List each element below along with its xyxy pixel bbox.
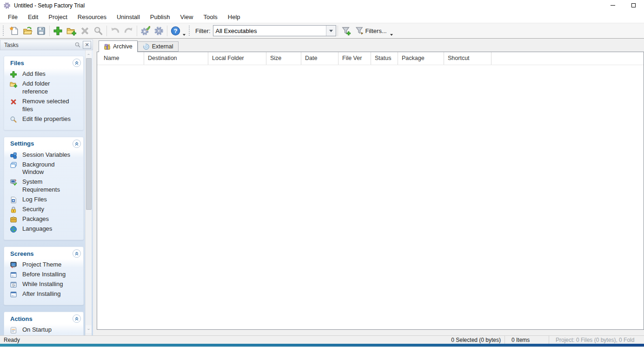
column-header-name[interactable]: Name: [97, 52, 144, 65]
window-body: Tasks ✕ Files Add files: [0, 39, 644, 335]
redo-button[interactable]: [122, 25, 135, 37]
add-filter-button[interactable]: [339, 25, 353, 37]
collapse-section-button[interactable]: [73, 59, 81, 67]
section-title: Files: [10, 60, 73, 67]
security-icon: [10, 206, 17, 214]
tasks-panel-body: Files Add files Add folder reference: [0, 50, 93, 335]
minimize-button[interactable]: [602, 0, 623, 11]
task-item-label: Languages: [22, 225, 75, 233]
status-selected: 0 Selected (0 bytes): [416, 337, 505, 343]
collapse-section-button[interactable]: [73, 249, 81, 258]
column-header-date[interactable]: Date: [301, 52, 339, 65]
pin-panel-button[interactable]: [73, 41, 82, 49]
collapse-section-button[interactable]: [73, 314, 81, 323]
toolbar-overflow-button[interactable]: [183, 34, 186, 36]
menu-item-file[interactable]: File: [3, 12, 23, 22]
remove-files-button[interactable]: [78, 25, 92, 37]
task-item-packages[interactable]: Packages: [10, 215, 80, 223]
add-files-icon: [10, 71, 17, 78]
menu-item-tools[interactable]: Tools: [198, 12, 222, 22]
section-actions: Actions On Startup: [4, 312, 84, 335]
scrollbar-down-button[interactable]: [86, 325, 92, 333]
filters-button-label: Filters...: [365, 27, 387, 34]
table-header-row: Name Destination Local Folder Size Date …: [97, 52, 644, 65]
chevron-double-up-icon: [74, 251, 80, 256]
column-header-shortcut[interactable]: Shortcut: [444, 52, 491, 65]
project-settings-button[interactable]: [139, 25, 152, 37]
filter-combobox[interactable]: All Executables: [213, 25, 336, 36]
app-icon: [3, 2, 11, 9]
tasks-panel-scrollbar[interactable]: [85, 50, 92, 335]
toolbar-grip[interactable]: [3, 26, 5, 36]
languages-icon: [10, 226, 17, 233]
close-panel-button[interactable]: ✕: [83, 41, 91, 49]
filter-dropdown-button[interactable]: [326, 26, 336, 36]
column-header-file-ver[interactable]: File Ver: [339, 52, 371, 65]
close-icon: ✕: [85, 42, 89, 47]
task-item-label: System Requirements: [22, 178, 75, 194]
column-header-local-folder[interactable]: Local Folder: [208, 52, 266, 65]
add-files-icon: [53, 26, 63, 36]
chevron-up-icon: [86, 53, 91, 56]
task-item-label: Edit file properties: [22, 115, 75, 123]
menu-item-publish[interactable]: Publish: [145, 12, 175, 22]
add-folder-button[interactable]: [65, 25, 78, 37]
task-item-remove-selected-files[interactable]: Remove selected files: [10, 98, 80, 113]
scrollbar-up-button[interactable]: [86, 50, 92, 58]
task-item-label: Background Window: [22, 161, 75, 177]
toolbar-separator: [106, 26, 107, 36]
table-body-empty: [97, 65, 644, 329]
filter-toolbar-grip[interactable]: [189, 26, 191, 36]
redo-icon: [124, 26, 133, 36]
filters-overflow-button[interactable]: [390, 34, 393, 36]
tasks-panel-header: Tasks ✕: [0, 40, 93, 50]
task-item-background-window[interactable]: Background Window: [10, 161, 80, 177]
help-button[interactable]: [169, 25, 182, 37]
section-title: Screens: [10, 250, 73, 257]
task-item-security[interactable]: Security: [10, 206, 80, 214]
collapse-section-button[interactable]: [73, 140, 81, 148]
preferences-button[interactable]: [152, 25, 166, 37]
column-header-package[interactable]: Package: [398, 52, 444, 65]
undo-button[interactable]: [108, 25, 122, 37]
task-item-system-requirements[interactable]: System Requirements: [10, 178, 80, 194]
section-files: Files Add files Add folder reference: [4, 56, 84, 130]
menu-item-help[interactable]: Help: [223, 12, 246, 22]
menu-item-uninstall[interactable]: Uninstall: [112, 12, 145, 22]
menu-item-edit[interactable]: Edit: [23, 12, 43, 22]
menu-item-project[interactable]: Project: [43, 12, 72, 22]
menu-item-resources[interactable]: Resources: [73, 12, 112, 22]
task-item-project-theme[interactable]: Project Theme: [10, 261, 80, 269]
task-item-log-files[interactable]: Log Files: [10, 196, 80, 204]
edit-properties-button[interactable]: [92, 25, 105, 37]
menu-item-view[interactable]: View: [175, 12, 198, 22]
tab-archive[interactable]: Archive: [99, 40, 138, 52]
filters-button[interactable]: Filters...: [353, 25, 390, 37]
while-installing-icon: [10, 281, 17, 288]
scrollbar-thumb[interactable]: [86, 58, 92, 210]
add-files-button[interactable]: [51, 25, 65, 37]
maximize-button[interactable]: [623, 0, 644, 11]
column-header-size[interactable]: Size: [266, 52, 301, 65]
new-project-button[interactable]: [7, 25, 21, 37]
task-item-edit-file-properties[interactable]: Edit file properties: [10, 115, 80, 123]
task-item-session-variables[interactable]: Session Variables: [10, 151, 80, 159]
task-item-add-folder-reference[interactable]: Add folder reference: [10, 80, 80, 96]
save-button[interactable]: [34, 25, 48, 37]
task-item-before-installing[interactable]: Before Installing: [10, 271, 80, 279]
task-item-after-installing[interactable]: After Installing: [10, 290, 80, 298]
section-screens: Screens Project Theme Before Installing: [4, 247, 84, 305]
column-header-destination[interactable]: Destination: [144, 52, 208, 65]
task-item-label: After Installing: [22, 290, 75, 298]
task-item-on-startup[interactable]: On Startup: [10, 326, 80, 334]
toolbar: Filter: All Executables Filters...: [0, 23, 644, 39]
packages-icon: [10, 216, 17, 223]
task-item-languages[interactable]: Languages: [10, 225, 80, 233]
tab-external[interactable]: External: [138, 41, 179, 52]
open-project-button[interactable]: [21, 25, 34, 37]
status-project-summary: Project: 0 Files (0 bytes), 0 Fold: [549, 336, 644, 344]
column-header-status[interactable]: Status: [371, 52, 398, 65]
task-item-add-files[interactable]: Add files: [10, 70, 80, 78]
task-item-while-installing[interactable]: While Installing: [10, 280, 80, 288]
undo-icon: [110, 26, 120, 36]
